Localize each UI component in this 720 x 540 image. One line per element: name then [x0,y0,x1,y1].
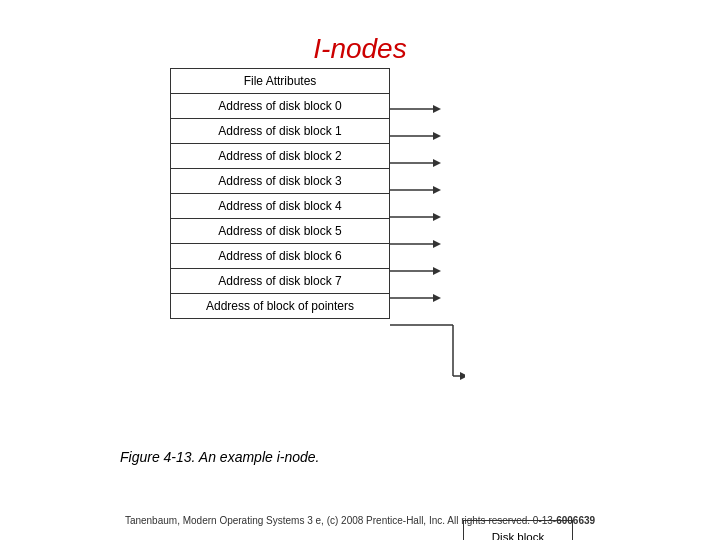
arrow-head-0 [433,105,441,113]
footer-text: Tanenbaum, Modern Operating Systems 3 e,… [125,515,556,526]
footer-section: Tanenbaum, Modern Operating Systems 3 e,… [0,510,720,528]
table-row-pointers: Address of block of pointers [171,294,390,319]
address-cell-6: Address of disk block 6 [171,244,390,269]
address-cell-0: Address of disk block 0 [171,94,390,119]
address-cell-7: Address of disk block 7 [171,269,390,294]
table-row: Address of disk block 0 [171,94,390,119]
caption-section: Figure 4-13. An example i-node. [60,448,319,466]
table-row: Address of disk block 2 [171,144,390,169]
arrow-head-4 [433,213,441,221]
arrow-head-5 [433,240,441,248]
figure-caption: Figure 4-13. An example i-node. [120,449,319,465]
table-row: Address of disk block 1 [171,119,390,144]
address-cell-3: Address of disk block 3 [171,169,390,194]
footer-bold: 6006639 [556,515,595,526]
arrow-head-3 [433,186,441,194]
disk-block-label: Disk blockcontainingadditionaldisk addre… [480,531,557,540]
table-row: Address of disk block 7 [171,269,390,294]
address-cell-4: Address of disk block 4 [171,194,390,219]
page-title: I-nodes [0,15,720,75]
inode-table-section: File Attributes Address of disk block 0 … [170,68,390,319]
inode-table: File Attributes Address of disk block 0 … [170,68,390,319]
address-cell-5: Address of disk block 5 [171,219,390,244]
table-row: Address of disk block 4 [171,194,390,219]
address-cell-pointers: Address of block of pointers [171,294,390,319]
table-row: Address of disk block 3 [171,169,390,194]
file-attributes-cell: File Attributes [171,69,390,94]
arrow-head-6 [433,267,441,275]
address-cell-2: Address of disk block 2 [171,144,390,169]
arrow-head-1 [433,132,441,140]
table-row: Address of disk block 5 [171,219,390,244]
address-cell-1: Address of disk block 1 [171,119,390,144]
page-title-section: I-nodes [0,15,720,75]
table-row-header: File Attributes [171,69,390,94]
arrow-head-2 [433,159,441,167]
arrow-head-7 [433,294,441,302]
table-row: Address of disk block 6 [171,244,390,269]
main-container: I-nodes File Attributes Address of disk … [0,0,720,540]
